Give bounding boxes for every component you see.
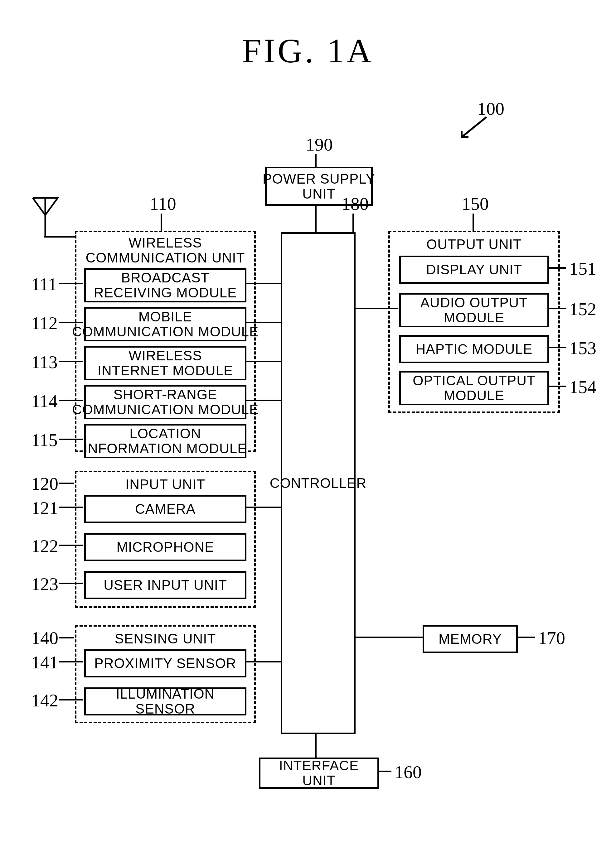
leader-154 — [547, 386, 566, 387]
leader-152 — [547, 308, 566, 309]
ref-153: 153 — [569, 338, 596, 359]
ref-123: 123 — [31, 574, 58, 595]
leader-170 — [516, 637, 535, 638]
sensing-title: SENSING UNIT — [77, 631, 254, 646]
ref-110: 110 — [150, 193, 176, 214]
wireless-comm-title: WIRELESS COMMUNICATION UNIT — [77, 235, 254, 265]
leader-114 — [59, 400, 83, 401]
location-box: LOCATION INFORMATION MODULE — [84, 424, 247, 458]
ref-150: 150 — [462, 193, 489, 214]
ref-151: 151 — [569, 258, 596, 279]
conn-114 — [245, 400, 281, 401]
illumination-box: ILLUMINATION SENSOR — [84, 688, 247, 716]
haptic-box: HAPTIC MODULE — [399, 335, 549, 363]
antenna-icon — [31, 196, 59, 237]
conn-113 — [245, 361, 281, 362]
leader-123 — [59, 583, 83, 584]
conn-141 — [245, 661, 281, 663]
controller-box: CONTROLLER — [281, 232, 356, 734]
proximity-box: PROXIMITY SENSOR — [84, 649, 247, 677]
user-input-box: USER INPUT UNIT — [84, 571, 247, 599]
leader-180 — [352, 214, 354, 232]
ref-142: 142 — [31, 690, 58, 711]
ref-121: 121 — [31, 497, 58, 518]
output-title: OUTPUT UNIT — [390, 237, 558, 252]
leader-110 — [161, 214, 162, 231]
leader-150 — [473, 214, 474, 231]
leader-111 — [59, 283, 83, 284]
leader-153 — [547, 347, 566, 348]
memory-box: MEMORY — [422, 625, 518, 653]
leader-151 — [547, 267, 566, 269]
input-title: INPUT UNIT — [77, 477, 254, 492]
figure-title: FIG. 1A — [0, 31, 616, 71]
ref-122: 122 — [31, 536, 58, 556]
leader-142 — [59, 699, 83, 701]
svg-line-0 — [462, 117, 487, 137]
optical-box: OPTICAL OUTPUT MODULE — [399, 371, 549, 405]
ref-154: 154 — [569, 376, 596, 397]
ref-170: 170 — [538, 627, 565, 648]
ref-111: 111 — [31, 274, 57, 295]
ref-115: 115 — [31, 429, 58, 450]
display-box: DISPLAY UNIT — [399, 255, 549, 284]
leader-140 — [59, 637, 74, 639]
figure-page: FIG. 1A 100 190 POWER SUPPLY UNIT 180 CO… — [0, 0, 616, 847]
ref-114: 114 — [31, 391, 58, 412]
ref-152: 152 — [569, 299, 596, 320]
audio-box: AUDIO OUTPUT MODULE — [399, 293, 549, 327]
leader-121 — [59, 506, 83, 508]
leader-120 — [59, 483, 74, 484]
leader-112 — [59, 322, 83, 323]
leader-113 — [59, 361, 83, 362]
ref-113: 113 — [31, 352, 58, 373]
leader-115 — [59, 438, 83, 440]
ref-120: 120 — [31, 473, 58, 494]
leader-122 — [59, 544, 83, 546]
antenna-to-group-line — [44, 236, 75, 238]
leader-190 — [315, 154, 316, 167]
leader-160 — [377, 770, 391, 772]
leader-141 — [59, 661, 83, 663]
microphone-box: MICROPHONE — [84, 533, 247, 561]
ref-141: 141 — [31, 652, 58, 673]
ref-180: 180 — [341, 193, 369, 214]
short-range-box: SHORT-RANGE COMMUNICATION MODULE — [84, 385, 247, 419]
ref-140: 140 — [31, 627, 58, 648]
conn-controller-interface — [315, 733, 316, 757]
conn-152 — [354, 308, 398, 309]
conn-112 — [245, 322, 281, 323]
conn-121 — [245, 506, 281, 508]
mobile-comm-box: MOBILE COMMUNICATION MODULE — [84, 307, 247, 341]
conn-111 — [245, 283, 281, 284]
interface-box: INTERFACE UNIT — [259, 757, 379, 789]
conn-memory — [354, 637, 422, 638]
wifi-box: WIRELESS INTERNET MODULE — [84, 346, 247, 380]
conn-power-controller — [315, 204, 316, 234]
ref-160: 160 — [394, 761, 422, 782]
camera-box: CAMERA — [84, 495, 247, 523]
arrow-100-icon — [454, 115, 491, 140]
ref-112: 112 — [31, 313, 58, 333]
ref-190: 190 — [306, 134, 333, 155]
broadcast-box: BROADCAST RECEIVING MODULE — [84, 268, 247, 302]
